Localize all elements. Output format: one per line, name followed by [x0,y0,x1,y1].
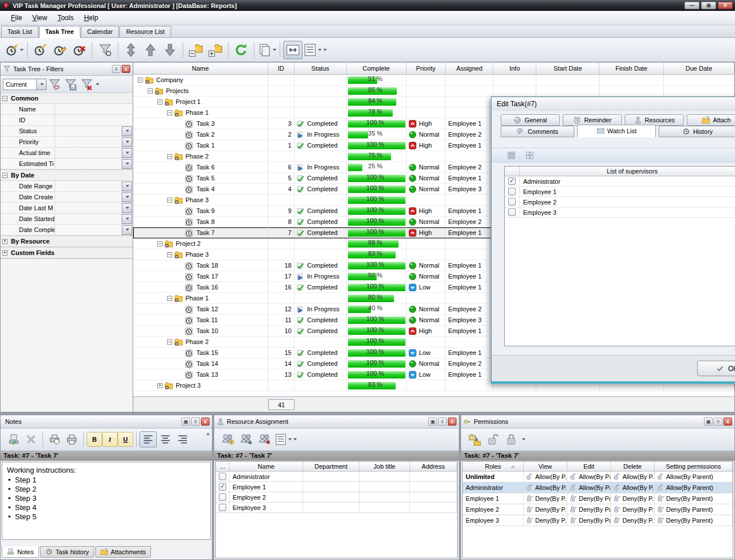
ok-button[interactable]: Ok [697,361,735,376]
resource-row[interactable]: Employee 3 [216,503,457,513]
expand-icon[interactable]: + [157,383,163,388]
collapse-icon[interactable]: − [157,241,163,246]
dialog-tab-watch-list[interactable]: Watch List [577,125,656,137]
filter-apply-button[interactable] [47,77,63,92]
filter-field-value[interactable] [55,104,133,114]
print-preview-button[interactable] [46,431,63,447]
filter-field-value[interactable] [55,115,133,125]
chevron-down-icon[interactable] [288,438,292,441]
bold-button[interactable]: B [87,432,102,447]
collapse-icon[interactable]: − [167,339,172,345]
notes-tab-attachments[interactable]: Attachments [95,546,151,558]
reassign-resources-button[interactable] [237,431,256,447]
pin-icon[interactable] [191,418,200,426]
filter-field-value[interactable] [55,159,122,169]
toolbar-overflow-icon[interactable] [293,438,297,441]
supervisor-row[interactable]: Employee 3 [505,207,735,218]
filter-tasks-button[interactable] [95,41,115,59]
restore-panel-icon[interactable]: ▣ [181,418,190,426]
permissions-col-view[interactable]: View [524,462,567,471]
dialog-tab-general[interactable]: General [501,114,560,126]
notes-content[interactable]: Working instructions: Step 1Step 2Step 3… [2,462,211,540]
column-header-priority[interactable]: Priority [407,63,446,74]
notes-tab-notes[interactable]: Notes [2,546,39,558]
chevron-down-icon[interactable] [122,148,132,158]
pin-icon[interactable] [714,418,722,426]
filter-field-value[interactable] [55,148,122,158]
fit-columns-button[interactable] [283,41,303,59]
copy-task-button[interactable] [257,41,277,59]
dialog-tab-comments[interactable]: Comments [501,126,574,137]
column-header-status[interactable]: Status [295,63,347,74]
lock-permissions-button[interactable] [502,431,521,447]
checkbox[interactable] [508,198,516,206]
collapse-icon[interactable]: − [167,198,172,203]
collapse-icon[interactable]: − [2,173,7,178]
dialog-tab-attach[interactable]: Attach [687,114,735,126]
column-header-name[interactable]: Name [133,63,268,74]
column-header-complete[interactable]: Complete [347,63,407,74]
align-center-button[interactable] [157,431,174,447]
resource-col-department[interactable]: Department [303,462,359,471]
align-right-button[interactable] [174,431,191,447]
checkbox[interactable] [508,188,516,195]
print-button[interactable] [63,431,80,447]
assign-resources-button[interactable] [219,431,237,447]
move-up-button[interactable] [141,41,160,59]
dialog-tab-history[interactable]: History [659,126,735,137]
chevron-down-icon[interactable] [122,126,132,136]
collapse-icon[interactable]: − [167,154,172,159]
permission-row[interactable]: UnlimitedAllow(By P.Allow(By PaAllow(By … [463,472,733,482]
resource-row[interactable]: Administrator [216,472,457,482]
collapse-all-button[interactable] [186,41,206,59]
restore-button[interactable]: ▣ [701,2,716,9]
resource-details-button[interactable] [274,431,292,447]
expand-icon[interactable]: + [2,239,7,244]
chevron-down-icon[interactable] [36,79,46,90]
expand-all-button[interactable] [206,41,225,59]
move-up-down-button[interactable] [121,41,141,59]
tree-row-group[interactable]: −Projects85 % [133,86,734,96]
column-header-id[interactable]: ID [268,63,295,74]
filter-field-value[interactable] [55,126,122,136]
column-header-info[interactable]: Info [493,63,536,74]
close-panel-icon[interactable]: x [122,65,130,73]
toolbar-overflow-icon[interactable] [323,49,327,51]
delete-task-button[interactable] [69,41,89,59]
add-task-button[interactable] [5,41,24,59]
permissions-col-setting-permissions[interactable]: Setting permissions [655,462,733,471]
tab-resource-list[interactable]: Resource List [119,26,171,37]
filter-field-value[interactable] [55,137,122,147]
checkbox[interactable] [508,208,516,216]
resource-row[interactable]: Employee 2 [216,492,457,503]
menu-item-help[interactable]: Help [79,12,103,24]
unassign-resources-button[interactable] [256,431,274,447]
collapse-icon[interactable]: − [167,110,172,115]
chevron-down-icon[interactable] [122,137,132,147]
chevron-down-icon[interactable] [122,203,132,213]
chevron-down-icon[interactable] [318,49,322,51]
resource-col-job-title[interactable]: Job title [359,462,410,471]
move-down-button[interactable] [160,41,180,59]
collapse-icon[interactable]: − [167,252,172,257]
view-details-button[interactable] [303,41,322,59]
restore-panel-icon[interactable]: ▣ [428,418,437,426]
close-panel-icon[interactable]: x [448,418,457,426]
column-header-due-date[interactable]: Due Date [664,63,734,74]
pin-icon[interactable] [112,65,121,73]
checkbox-checked[interactable] [219,483,226,491]
close-panel-icon[interactable]: x [724,418,732,426]
dialog-title-bar[interactable]: Edit Task(#7) [492,97,735,111]
add-subtask-button[interactable] [30,41,50,59]
pin-icon[interactable] [438,418,447,426]
resource-col-check[interactable]: ... [216,462,230,471]
permission-row[interactable]: Employee 3Deny(By P.Deny(By PaDeny(By P.… [463,515,733,526]
edit-task-button[interactable] [50,41,69,59]
chevron-down-icon[interactable] [122,192,132,202]
toolbar-overflow-icon[interactable] [522,438,525,441]
align-left-button[interactable] [140,431,157,447]
permission-row[interactable]: Employee 2Deny(By P.Deny(By PaDeny(By P.… [463,504,733,515]
column-header-start-date[interactable]: Start Date [536,63,599,74]
collapse-icon[interactable]: − [157,99,163,105]
tab-calendar[interactable]: Calendar [81,26,119,37]
